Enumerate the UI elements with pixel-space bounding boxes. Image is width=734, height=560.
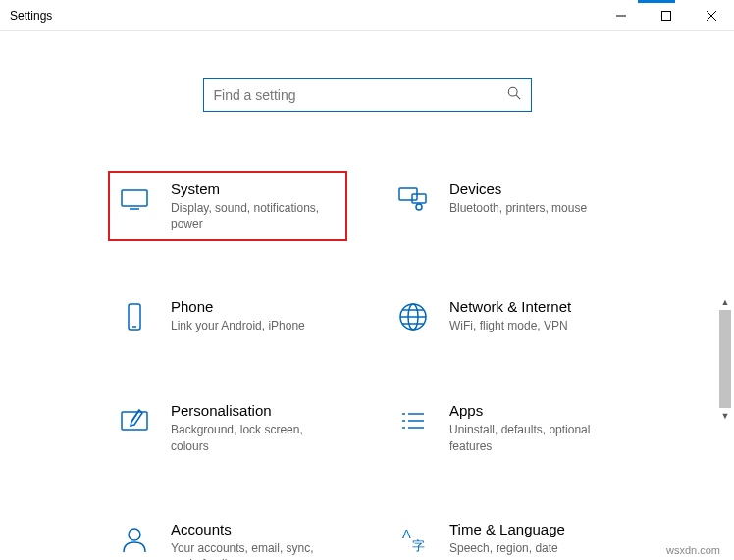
svg-text:字: 字	[412, 538, 425, 553]
tile-title: Apps	[449, 402, 618, 419]
tile-title: Accounts	[171, 521, 340, 537]
tile-title: System	[171, 180, 340, 197]
minimize-icon	[616, 11, 626, 21]
titlebar: Settings	[0, 0, 734, 31]
window-controls	[599, 0, 734, 30]
tile-desc: Display, sound, notifications, power	[171, 200, 340, 231]
svg-rect-11	[129, 304, 140, 330]
tile-text: Network & Internet WiFi, flight mode, VP…	[449, 298, 618, 333]
content-area: System Display, sound, notifications, po…	[0, 31, 734, 560]
tile-personalisation[interactable]: Personalisation Background, lock screen,…	[108, 392, 347, 463]
search-icon	[507, 86, 521, 104]
tile-text: Accounts Your accounts, email, sync, wor…	[171, 521, 340, 560]
close-icon	[707, 11, 716, 21]
apps-icon	[394, 402, 432, 439]
devices-icon	[394, 180, 432, 218]
tile-accounts[interactable]: Accounts Your accounts, email, sync, wor…	[108, 511, 347, 560]
scroll-down-icon[interactable]: ▼	[719, 410, 731, 422]
maximize-icon	[661, 11, 671, 21]
tile-desc: Speech, region, date	[449, 540, 618, 556]
tile-text: Personalisation Background, lock screen,…	[171, 402, 340, 453]
svg-text:A: A	[402, 527, 411, 541]
svg-line-5	[516, 95, 520, 99]
tile-title: Devices	[449, 180, 618, 197]
svg-point-4	[508, 87, 517, 96]
scroll-up-icon[interactable]: ▲	[719, 296, 731, 308]
accounts-icon	[116, 521, 153, 558]
tile-desc: Your accounts, email, sync, work, family	[171, 540, 340, 560]
tile-text: System Display, sound, notifications, po…	[171, 180, 340, 231]
tile-text: Devices Bluetooth, printers, mouse	[449, 180, 618, 216]
tile-title: Phone	[171, 298, 340, 315]
tile-text: Phone Link your Android, iPhone	[171, 298, 340, 333]
svg-rect-18	[122, 412, 147, 430]
window-title: Settings	[0, 9, 52, 23]
time-language-icon: A字	[394, 521, 432, 558]
watermark: wsxdn.com	[666, 544, 720, 556]
personalisation-icon	[116, 402, 153, 439]
tile-desc: Link your Android, iPhone	[171, 318, 340, 333]
system-icon	[116, 180, 153, 218]
tile-desc: Background, lock screen, colours	[171, 422, 340, 453]
tile-title: Personalisation	[171, 402, 340, 419]
tile-desc: Uninstall, defaults, optional features	[449, 422, 618, 453]
settings-grid: System Display, sound, notifications, po…	[0, 171, 734, 560]
tile-text: Apps Uninstall, defaults, optional featu…	[449, 402, 618, 453]
network-icon	[394, 298, 432, 335]
search-box[interactable]	[203, 78, 532, 112]
svg-point-26	[129, 529, 140, 540]
svg-rect-6	[122, 190, 147, 206]
tile-text: Time & Language Speech, region, date	[449, 521, 618, 556]
maximize-button[interactable]	[644, 0, 689, 30]
tile-desc: WiFi, flight mode, VPN	[449, 318, 618, 333]
tile-devices[interactable]: Devices Bluetooth, printers, mouse	[387, 171, 626, 241]
phone-icon	[116, 298, 153, 335]
tile-phone[interactable]: Phone Link your Android, iPhone	[108, 288, 347, 345]
accent-strip	[638, 0, 675, 3]
tile-desc: Bluetooth, printers, mouse	[449, 200, 618, 216]
scrollbar-thumb[interactable]	[719, 310, 731, 408]
svg-point-10	[416, 204, 422, 210]
svg-rect-9	[412, 194, 426, 203]
scrollbar[interactable]: ▲ ▼	[718, 294, 732, 441]
tile-system[interactable]: System Display, sound, notifications, po…	[108, 171, 347, 241]
tile-title: Network & Internet	[449, 298, 618, 315]
tile-network[interactable]: Network & Internet WiFi, flight mode, VP…	[387, 288, 626, 345]
search-input[interactable]	[214, 87, 507, 103]
svg-rect-1	[662, 11, 671, 20]
close-button[interactable]	[689, 0, 734, 30]
tile-title: Time & Language	[449, 521, 618, 537]
minimize-button[interactable]	[599, 0, 644, 30]
tile-apps[interactable]: Apps Uninstall, defaults, optional featu…	[387, 392, 626, 463]
search-wrap	[0, 78, 734, 112]
tile-time[interactable]: A字 Time & Language Speech, region, date	[387, 511, 626, 560]
